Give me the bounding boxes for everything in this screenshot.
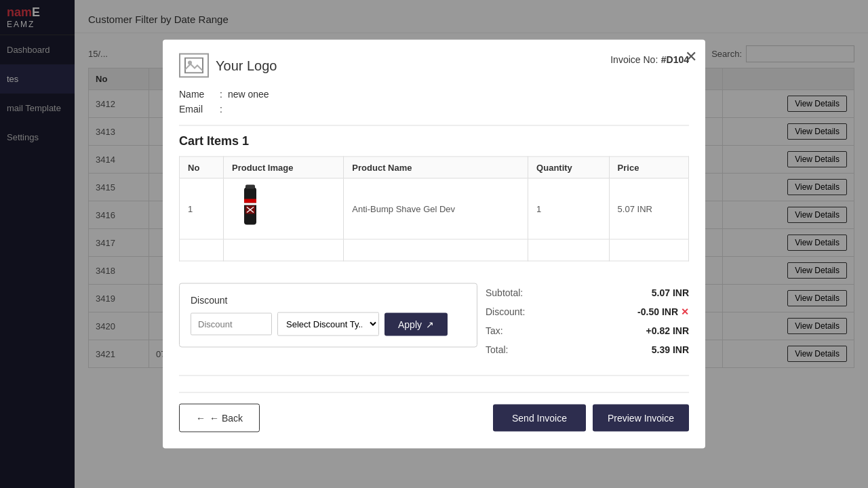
discount-inputs: Select Discount Ty... Percentage Flat Ap… [191, 312, 466, 336]
apply-button[interactable]: Apply ↗ [384, 312, 448, 336]
back-label: ← Back [210, 413, 243, 424]
invoice-no-area: Invoice No: #D104 [610, 54, 689, 66]
svg-rect-4 [244, 203, 256, 205]
subtotal-row: Subtotal: 5.07 INR [486, 283, 689, 302]
discount-remove-button[interactable]: ✕ [681, 306, 689, 317]
email-label: Email [179, 104, 220, 115]
discount-type-select[interactable]: Select Discount Ty... Percentage Flat [277, 312, 379, 336]
cart-items-title: Cart Items 1 [179, 134, 689, 148]
name-label: Name [179, 89, 220, 100]
product-image [232, 184, 269, 232]
tax-row: Tax: +0.82 INR [486, 321, 689, 340]
discount-section-title: Discount [191, 295, 466, 306]
cart-item-price: 5.07 INR [609, 178, 688, 239]
name-value: new onee [228, 89, 269, 100]
discount-value-area: -0.50 INR ✕ [637, 306, 689, 317]
cart-col-no: No [180, 157, 224, 178]
discount-input[interactable] [191, 313, 272, 336]
tax-label: Tax: [486, 325, 503, 336]
back-button[interactable]: ← ← Back [179, 404, 260, 432]
divider-2 [179, 375, 689, 376]
footer-right-buttons: Send Invoice Preview Invoice [493, 405, 689, 432]
back-arrow-icon: ← [196, 413, 205, 424]
discount-section: Discount Select Discount Ty... Percentag… [179, 283, 477, 348]
invoice-no-label: Invoice No: [610, 54, 658, 65]
invoice-modal: ✕ Your Logo Invoice No: #D104 Name : new… [163, 40, 705, 449]
total-row: Total: 5.39 INR [486, 340, 689, 359]
subtotal-label: Subtotal: [486, 287, 523, 298]
discount-label: Discount: [486, 306, 525, 317]
logo-icon [179, 54, 209, 78]
discount-row: Discount: -0.50 INR ✕ [486, 302, 689, 321]
cart-item-no: 1 [180, 178, 224, 239]
svg-rect-0 [185, 58, 203, 73]
modal-footer: ← ← Back Send Invoice Preview Invoice [179, 392, 689, 432]
totals-section: Subtotal: 5.07 INR Discount: -0.50 INR ✕… [486, 283, 689, 359]
apply-icon: ↗ [426, 319, 434, 329]
discount-value: -0.50 INR [637, 306, 678, 317]
divider-1 [179, 125, 689, 126]
preview-invoice-button[interactable]: Preview Invoice [593, 405, 689, 432]
total-label: Total: [486, 344, 508, 355]
total-value: 5.39 INR [652, 344, 689, 355]
cart-col-price: Price [609, 157, 688, 178]
modal-header: Your Logo Invoice No: #D104 [179, 54, 689, 78]
cart-item-image-cell [224, 178, 344, 239]
cart-item-product-name: Anti-Bump Shave Gel Dev [344, 178, 528, 239]
discount-totals-row: Discount Select Discount Ty... Percentag… [179, 272, 689, 359]
cart-col-qty: Quantity [528, 157, 610, 178]
cart-col-name: Product Name [344, 157, 528, 178]
tax-value: +0.82 INR [646, 325, 689, 336]
logo-name: Your Logo [216, 58, 277, 73]
email-row: Email : [179, 104, 689, 115]
svg-rect-3 [244, 199, 256, 203]
svg-rect-5 [245, 185, 255, 189]
logo-area: Your Logo [179, 54, 277, 78]
cart-item-quantity: 1 [528, 178, 610, 239]
apply-label: Apply [398, 319, 422, 329]
name-row: Name : new onee [179, 89, 689, 100]
customer-info: Name : new onee Email : [179, 89, 689, 115]
cart-row-empty [180, 239, 689, 261]
cart-col-image: Product Image [224, 157, 344, 178]
image-icon [184, 58, 203, 74]
send-invoice-button[interactable]: Send Invoice [493, 405, 586, 432]
cart-table: No Product Image Product Name Quantity P… [179, 157, 689, 262]
subtotal-value: 5.07 INR [652, 287, 689, 298]
cart-row: 1 [180, 178, 689, 239]
close-button[interactable]: ✕ [685, 48, 697, 66]
